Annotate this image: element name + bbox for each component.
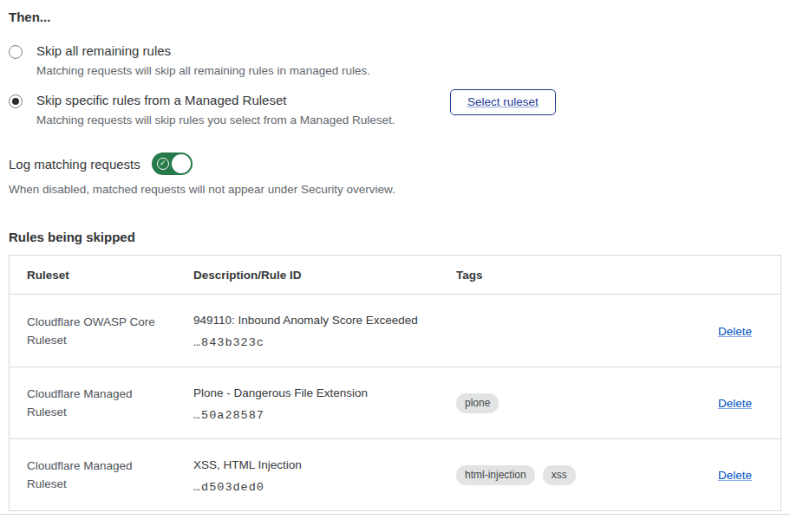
tag-pill: xss (543, 465, 576, 485)
tag-pill: html-injection (456, 465, 535, 485)
row-rule-id: …d503ded0 (193, 481, 456, 494)
rules-being-skipped-table: Ruleset Description/Rule ID Tags Cloudfl… (9, 255, 781, 511)
radio-option-description: Matching requests will skip all remainin… (36, 62, 370, 80)
radio-option-skip-all[interactable]: Skip all remaining rules Matching reques… (9, 42, 781, 80)
row-description: XSS, HTML Injection (193, 457, 456, 473)
row-ruleset: Cloudflare OWASP Core Ruleset (27, 313, 193, 349)
check-icon: ✓ (157, 158, 169, 170)
bottom-divider (0, 514, 790, 515)
column-header-ruleset: Ruleset (27, 269, 193, 282)
rules-table-body: Cloudflare OWASP Core Ruleset 949110: In… (10, 295, 780, 510)
delete-link[interactable]: Delete (718, 397, 752, 410)
log-toggle-label: Log matching requests (9, 157, 140, 172)
delete-link[interactable]: Delete (718, 469, 752, 482)
column-header-tags: Tags (456, 269, 656, 282)
table-row: Cloudflare OWASP Core Ruleset 949110: In… (10, 295, 780, 367)
delete-link[interactable]: Delete (718, 325, 752, 338)
radio-option-description: Matching requests will skip rules you se… (36, 112, 395, 129)
row-description: 949110: Inbound Anomaly Score Exceeded (193, 312, 456, 328)
row-tags: plone (456, 393, 656, 413)
rules-table-heading: Rules being skipped (9, 230, 781, 244)
row-rule-id: …843b323c (193, 336, 456, 349)
toggle-knob (172, 154, 191, 173)
log-toggle-description: When disabled, matched requests will not… (9, 181, 781, 198)
column-header-description: Description/Rule ID (193, 269, 456, 282)
radio-option-label[interactable]: Skip specific rules from a Managed Rules… (36, 92, 395, 109)
radio-0[interactable] (9, 45, 23, 59)
log-matching-requests-row: Log matching requests ✓ (9, 152, 781, 175)
radio-1[interactable] (9, 94, 23, 108)
radio-option-skip-specific[interactable]: Skip specific rules from a Managed Rules… (9, 92, 781, 129)
radio-option-label[interactable]: Skip all remaining rules (36, 42, 370, 60)
row-rule-id: …50a28587 (193, 409, 456, 422)
select-ruleset-button[interactable]: Select ruleset (450, 89, 556, 115)
row-ruleset: Cloudflare Managed Ruleset (27, 385, 193, 421)
tag-pill: plone (456, 393, 499, 413)
row-tags: html-injectionxss (456, 465, 656, 485)
row-description: Plone - Dangerous File Extension (193, 385, 456, 401)
table-header-row: Ruleset Description/Rule ID Tags (10, 256, 780, 295)
table-row: Cloudflare Managed Ruleset XSS, HTML Inj… (10, 438, 780, 510)
row-ruleset: Cloudflare Managed Ruleset (27, 457, 193, 493)
table-row: Cloudflare Managed Ruleset Plone - Dange… (10, 367, 780, 438)
then-heading: Then... (9, 10, 781, 24)
log-toggle-switch[interactable]: ✓ (152, 152, 193, 175)
waf-rule-then-section: Then... Skip all remaining rules Matchin… (0, 0, 790, 511)
